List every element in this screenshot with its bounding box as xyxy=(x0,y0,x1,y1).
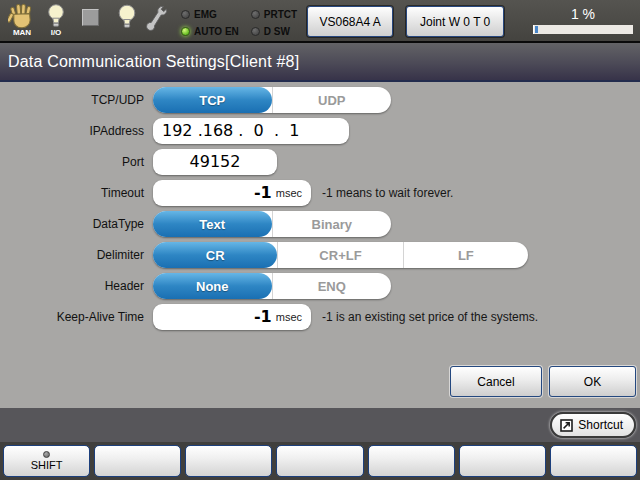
enq-option[interactable]: ENQ xyxy=(272,273,392,299)
speed-indicator[interactable]: 1 % xyxy=(532,3,634,34)
top-status-bar: MAN I/O EMG xyxy=(0,0,640,43)
form-row-port: Port 49152 xyxy=(0,149,640,175)
crlf-option[interactable]: CR+LF xyxy=(277,242,402,268)
led-d-sw: D SW xyxy=(251,23,297,39)
tcp-udp-toggle: TCP UDP xyxy=(153,87,391,113)
lf-option[interactable]: LF xyxy=(403,242,528,268)
keep-alive-value: -1 xyxy=(254,304,272,330)
keep-alive-label: Keep-Alive Time xyxy=(0,310,153,324)
led-prtct: PRTCT xyxy=(251,6,297,22)
delimiter-toggle: CR CR+LF LF xyxy=(153,242,528,268)
port-label: Port xyxy=(0,155,153,169)
form-row-keep-alive: Keep-Alive Time -1 msec -1 is an existin… xyxy=(0,304,640,330)
d-sw-led-icon xyxy=(251,27,260,36)
io-monitor-button[interactable]: I/O xyxy=(46,3,66,37)
stop-square-icon[interactable] xyxy=(82,9,99,26)
shift-label: SHIFT xyxy=(31,459,63,471)
shortcut-bar: Shortcut xyxy=(0,408,640,442)
led-auto-en: AUTO EN xyxy=(181,23,239,39)
header-label: Header xyxy=(0,279,153,293)
form-row-header: Header None ENQ xyxy=(0,273,640,299)
function-key-7[interactable] xyxy=(550,445,637,477)
manual-mode-label: MAN xyxy=(13,28,31,37)
function-key-5[interactable] xyxy=(368,445,455,477)
manual-mode-button[interactable]: MAN xyxy=(8,3,36,37)
timeout-value: -1 xyxy=(254,180,272,206)
function-key-2[interactable] xyxy=(94,445,181,477)
shortcut-label: Shortcut xyxy=(578,418,623,432)
function-key-6[interactable] xyxy=(459,445,546,477)
external-link-icon xyxy=(560,419,573,432)
io-bulb-icon xyxy=(46,3,66,29)
dialog-actions: Cancel OK xyxy=(0,366,640,397)
none-option[interactable]: None xyxy=(153,273,272,299)
keep-alive-hint: -1 is an existing set price of the syste… xyxy=(322,310,538,324)
ok-button[interactable]: OK xyxy=(549,366,636,397)
led-emg: EMG xyxy=(181,6,239,22)
keep-alive-input[interactable]: -1 msec xyxy=(153,304,311,330)
shift-led-icon xyxy=(43,451,50,458)
tcp-udp-label: TCP/UDP xyxy=(0,93,153,107)
delimiter-label: Delimiter xyxy=(0,248,153,262)
shift-function-key[interactable]: SHIFT xyxy=(3,445,90,477)
keep-alive-unit: msec xyxy=(276,311,302,323)
form-row-timeout: Timeout -1 msec -1 means to wait forever… xyxy=(0,180,640,206)
function-key-4[interactable] xyxy=(276,445,363,477)
prtct-led-icon xyxy=(251,10,260,19)
text-option[interactable]: Text xyxy=(153,211,272,237)
udp-option[interactable]: UDP xyxy=(272,87,392,113)
ip-address-value: 192 .168 . 0 . 1 xyxy=(162,118,299,144)
form-row-ip-address: IPAddress 192 .168 . 0 . 1 xyxy=(0,118,640,144)
timeout-hint: -1 means to wait forever. xyxy=(322,186,453,200)
form-row-delimiter: Delimiter CR CR+LF LF xyxy=(0,242,640,268)
hand-icon xyxy=(8,3,36,29)
maintenance-button[interactable] xyxy=(145,4,167,34)
port-value: 49152 xyxy=(190,149,241,175)
teach-pendant-screen: MAN I/O EMG xyxy=(0,0,640,480)
form-row-data-type: DataType Text Binary xyxy=(0,211,640,237)
function-key-3[interactable] xyxy=(185,445,272,477)
speed-progress-fill xyxy=(535,26,538,33)
bulb-icon xyxy=(117,3,137,30)
auto-en-led-icon xyxy=(181,27,190,36)
timeout-input[interactable]: -1 msec xyxy=(153,180,311,206)
cr-option[interactable]: CR xyxy=(153,242,277,268)
ip-address-label: IPAddress xyxy=(0,124,153,138)
ip-address-input[interactable]: 192 .168 . 0 . 1 xyxy=(153,118,349,144)
speed-progress-bar xyxy=(533,25,633,34)
settings-form: TCP/UDP TCP UDP IPAddress 192 .168 . 0 .… xyxy=(0,82,640,408)
timeout-label: Timeout xyxy=(0,186,153,200)
joint-mode-button[interactable]: Joint W 0 T 0 xyxy=(406,6,504,37)
shortcut-button[interactable]: Shortcut xyxy=(550,412,636,438)
robot-select-button[interactable]: VS068A4 A xyxy=(307,6,393,37)
data-type-label: DataType xyxy=(0,217,153,231)
io-label: I/O xyxy=(51,28,62,37)
data-type-toggle: Text Binary xyxy=(153,211,391,237)
page-title: Data Communication Settings[Client #8] xyxy=(8,53,299,71)
header-toggle: None ENQ xyxy=(153,273,391,299)
speed-percent-label: 1 % xyxy=(571,5,595,23)
lamp-button[interactable] xyxy=(117,3,137,30)
status-led-panel: EMG AUTO EN PRTCT D SW xyxy=(181,6,297,39)
emg-led-icon xyxy=(181,10,190,19)
timeout-unit: msec xyxy=(276,187,302,199)
title-bar: Data Communication Settings[Client #8] xyxy=(0,43,640,82)
binary-option[interactable]: Binary xyxy=(272,211,392,237)
form-row-tcp-udp: TCP/UDP TCP UDP xyxy=(0,87,640,113)
tcp-option[interactable]: TCP xyxy=(153,87,272,113)
port-input[interactable]: 49152 xyxy=(153,149,277,175)
cancel-button[interactable]: Cancel xyxy=(450,366,542,397)
function-key-bar: SHIFT xyxy=(0,442,640,480)
wrench-icon xyxy=(145,4,167,34)
